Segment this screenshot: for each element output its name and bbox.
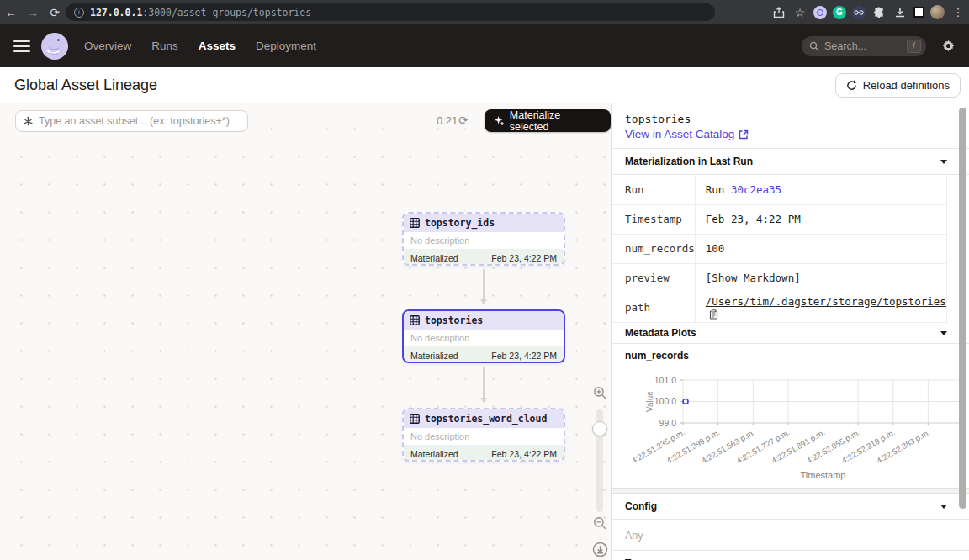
node-name: topstories_word_cloud [425, 413, 547, 425]
table-icon [410, 414, 420, 424]
reload-definitions-label: Reload definitions [863, 79, 950, 92]
y-tick-label: 100.0 [654, 396, 676, 406]
edge-arrow [483, 367, 484, 401]
copy-clipboard-icon[interactable] [709, 309, 718, 320]
extensions-puzzle-icon[interactable] [871, 6, 887, 18]
nav-runs[interactable]: Runs [151, 40, 178, 52]
graph-refresh-icon[interactable]: ⟳ [458, 114, 469, 127]
extension-square-icon[interactable] [913, 7, 924, 18]
meta-key: num_records [612, 234, 695, 263]
section-type[interactable]: Type [612, 550, 969, 560]
external-link-icon [739, 129, 749, 140]
nav-deployment[interactable]: Deployment [256, 40, 316, 52]
browser-back-icon[interactable]: ← [0, 6, 22, 19]
section-metadata-plots[interactable]: Metadata Plots [612, 323, 969, 344]
nav-overview[interactable]: Overview [84, 40, 131, 52]
num-records-chart: 101.0100.099.04:22:51.235 p.m.4:22:51.39… [612, 362, 969, 488]
meta-value: [Show Markdown] [695, 263, 946, 293]
search-icon [809, 41, 819, 51]
section-materialization-last-run[interactable]: Materialization in Last Run [612, 148, 969, 175]
asset-node-topstories-word-cloud[interactable]: topstories_word_cloud No description Mat… [402, 408, 565, 462]
node-name: topstories [425, 314, 483, 326]
config-value: Any [612, 520, 969, 550]
section-config[interactable]: Config [612, 494, 969, 520]
asset-filter-input[interactable]: Type an asset subset... (ex: topstories+… [15, 110, 248, 132]
graph-refresh-timer: 0:21 [437, 114, 458, 127]
asset-node-topstory-ids[interactable]: topstory_ids No description Materialized… [402, 212, 565, 266]
section-title: Config [625, 500, 657, 512]
page-info-icon[interactable]: i [74, 8, 84, 18]
zoom-out-icon[interactable] [593, 516, 607, 531]
downloads-icon[interactable] [892, 7, 908, 18]
asset-graph-canvas[interactable]: Type an asset subset... (ex: topstories+… [0, 103, 612, 560]
browser-reload-icon[interactable]: ⟳ [44, 6, 66, 19]
materialize-selected-button[interactable]: Materialize selected [484, 109, 611, 132]
page-title: Global Asset Lineage [14, 77, 157, 94]
meta-value: /Users/tim/.dagster/storage/topstories [695, 293, 946, 322]
page-header: Global Asset Lineage Reload definitions [0, 67, 969, 103]
show-markdown-link[interactable]: Show Markdown [712, 272, 794, 284]
y-tick-label: 101.0 [654, 374, 676, 384]
run-id-link[interactable]: 30c2ea35 [731, 183, 781, 196]
meta-value: 100 [695, 234, 946, 263]
nav-assets[interactable]: Assets [199, 40, 236, 52]
materialization-metadata-table: Run Run 30c2ea35 Timestamp Feb 23, 4:22 … [612, 175, 947, 323]
asset-details-panel: topstories View in Asset Catalog Materia… [612, 103, 969, 560]
meta-value: Feb 23, 4:22 PM [695, 204, 946, 234]
browser-forward-icon[interactable]: → [22, 6, 44, 19]
search-shortcut-badge: / [907, 40, 921, 53]
asset-node-topstories[interactable]: topstories No description Materialized F… [402, 309, 565, 363]
global-search-input[interactable]: Search... / [802, 36, 926, 56]
primary-nav: Overview Runs Assets Deployment [84, 40, 316, 52]
asset-filter-placeholder: Type an asset subset... (ex: topstories+… [39, 115, 230, 127]
settings-gear-icon[interactable] [941, 39, 956, 53]
table-icon [410, 218, 420, 228]
reload-definitions-button[interactable]: Reload definitions [835, 73, 961, 98]
chevron-down-icon [940, 331, 947, 339]
zoom-slider-handle[interactable] [592, 421, 607, 436]
url-host: 127.0.0.1 [90, 7, 142, 18]
panel-divider [612, 488, 969, 494]
share-icon[interactable] [771, 7, 786, 18]
app-navbar: Overview Runs Assets Deployment Search..… [0, 24, 969, 67]
browser-menu-icon[interactable]: ⋮ [950, 6, 966, 18]
meta-key: Timestamp [612, 204, 695, 234]
url-path: :3000/asset-groups/topstories [142, 7, 311, 18]
dagster-logo[interactable] [40, 32, 69, 61]
table-row: path /Users/tim/.dagster/storage/topstor… [612, 293, 946, 322]
asset-detail-title: topstories [625, 113, 956, 125]
zoom-in-icon[interactable] [593, 386, 607, 400]
node-status: Materialized [410, 449, 458, 459]
extension-grammarly-icon[interactable]: G [833, 6, 846, 19]
edge-arrow [483, 269, 484, 303]
section-title: Materialization in Last Run [625, 156, 753, 167]
bookmark-star-icon[interactable]: ☆ [792, 6, 808, 19]
run-prefix: Run [706, 183, 731, 196]
node-timestamp: Feb 23, 4:22 PM [491, 253, 557, 263]
browser-profile-avatar[interactable] [930, 5, 945, 19]
extension-clock-icon[interactable] [813, 6, 827, 19]
y-tick-label: 99.0 [659, 417, 677, 427]
hamburger-menu-icon[interactable] [13, 37, 30, 55]
table-icon [410, 315, 420, 325]
meta-value: Run 30c2ea35 [695, 175, 946, 204]
asset-selector-icon [23, 116, 34, 127]
fit-view-icon[interactable] [592, 542, 608, 557]
table-row: Run Run 30c2ea35 [612, 175, 946, 204]
path-link[interactable]: /Users/tim/.dagster/storage/topstories [706, 295, 946, 308]
meta-key: path [612, 293, 695, 322]
chevron-down-icon [940, 160, 947, 167]
catalog-link-label: View in Asset Catalog [625, 128, 734, 140]
refresh-icon [846, 80, 857, 91]
extension-glasses-icon[interactable] [852, 6, 866, 19]
chevron-down-icon [940, 505, 947, 512]
meta-key: preview [612, 263, 695, 293]
view-in-asset-catalog-link[interactable]: View in Asset Catalog [625, 128, 956, 140]
search-placeholder: Search... [824, 40, 907, 52]
section-title: Type [625, 557, 648, 560]
y-axis-title: Value [645, 390, 654, 411]
sparkle-icon [494, 115, 505, 126]
node-description: No description [404, 232, 564, 249]
details-scrollbar-thumb[interactable] [959, 108, 966, 509]
address-bar[interactable]: i 127.0.0.1:3000/asset-groups/topstories [66, 3, 715, 21]
